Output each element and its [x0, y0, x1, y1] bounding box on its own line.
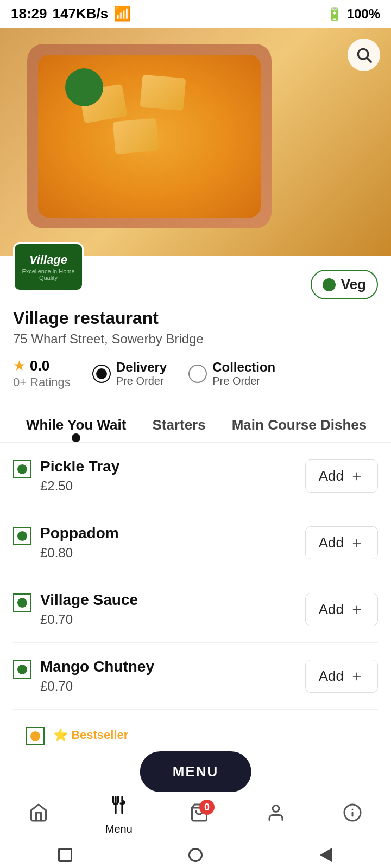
restaurant-card: Village Excellence in Home Quality Veg V…: [0, 256, 391, 400]
plus-icon: ＋: [349, 668, 364, 684]
info-icon: [343, 803, 362, 827]
menu-section: Pickle Tray £2.50 Add ＋ Poppadom £0.80 A…: [0, 443, 391, 745]
veg-dot-icon: [17, 464, 27, 474]
rating-count: 0+ Ratings: [13, 375, 71, 390]
item-price: £2.50: [40, 478, 119, 494]
veg-star-icon: [30, 731, 40, 741]
nav-home[interactable]: [29, 803, 48, 827]
tab-main-course[interactable]: Main Course Dishes: [219, 406, 380, 442]
nav-info[interactable]: [343, 803, 362, 827]
android-back-button[interactable]: [317, 846, 335, 864]
android-nav-bar: [0, 842, 391, 868]
delivery-label: Delivery: [116, 360, 167, 375]
logo-tagline: Excellence in Home Quality: [15, 268, 82, 281]
network-speed: 147KB/s: [53, 5, 109, 22]
bottom-nav: Menu 0: [0, 788, 391, 842]
item-name: Pickle Tray: [40, 458, 119, 475]
menu-item: Poppadom £0.80 Add ＋: [13, 509, 378, 576]
plus-icon: ＋: [349, 468, 364, 483]
veg-dot-icon: [17, 665, 27, 674]
veg-dot-icon: [323, 278, 336, 291]
tab-while-you-wait[interactable]: While You Wait: [13, 406, 139, 442]
tab-other[interactable]: T...: [380, 406, 391, 442]
signal-icon: 📶: [113, 5, 131, 22]
nav-menu-label: Menu: [105, 823, 133, 835]
add-button[interactable]: Add ＋: [305, 660, 378, 693]
tab-starters[interactable]: Starters: [139, 406, 218, 442]
item-name: Poppadom: [40, 525, 119, 542]
restaurant-address: 75 Wharf Street, Sowerby Bridge: [13, 331, 378, 347]
veg-indicator: [13, 527, 31, 545]
logo-name: Village: [15, 253, 82, 267]
restaurant-logo: Village Excellence in Home Quality: [13, 242, 84, 291]
item-price: £0.80: [40, 545, 119, 560]
time: 18:29: [11, 5, 47, 22]
rating-block: ★ 0.0 0+ Ratings: [13, 358, 71, 390]
delivery-option[interactable]: Delivery Pre Order: [92, 360, 167, 387]
nav-menu[interactable]: Menu: [105, 795, 133, 835]
hero-image-area: [0, 28, 391, 256]
battery-icon: 🔋: [326, 7, 343, 22]
add-button[interactable]: Add ＋: [305, 593, 378, 626]
delivery-sub: Pre Order: [116, 375, 167, 387]
veg-toggle[interactable]: Veg: [311, 270, 378, 299]
collection-label: Collection: [212, 360, 275, 375]
menu-item: Village Sauce £0.70 Add ＋: [13, 576, 378, 643]
cutlery-icon: [109, 795, 129, 820]
item-name: Mango Chutney: [40, 658, 154, 675]
svg-line-1: [367, 58, 371, 62]
plus-icon: ＋: [349, 602, 364, 617]
menu-tabs: While You Wait Starters Main Course Dish…: [0, 406, 391, 443]
bestseller-partial: ⭐ Bestseller: [13, 710, 378, 745]
item-price: £0.70: [40, 679, 154, 694]
veg-indicator: [26, 727, 45, 745]
menu-item: Mango Chutney £0.70 Add ＋: [13, 643, 378, 710]
item-price: £0.70: [40, 612, 138, 627]
delivery-radio[interactable]: [92, 365, 111, 383]
menu-float-button[interactable]: MENU: [140, 751, 251, 792]
item-name: Village Sauce: [40, 591, 138, 609]
rating-value: 0.0: [30, 358, 49, 374]
veg-dot-icon: [17, 598, 27, 608]
collection-sub: Pre Order: [212, 375, 275, 387]
svg-point-7: [273, 806, 279, 812]
home-icon: [29, 803, 48, 827]
menu-item: Pickle Tray £2.50 Add ＋: [13, 443, 378, 509]
add-button[interactable]: Add ＋: [305, 459, 378, 493]
user-icon: [266, 803, 286, 827]
cart-badge: 0: [199, 800, 215, 815]
android-home-button[interactable]: [186, 846, 205, 864]
nav-cart[interactable]: 0: [190, 803, 209, 827]
android-recent-button[interactable]: [56, 846, 74, 864]
star-icon: ★: [13, 358, 26, 374]
nav-profile[interactable]: [266, 803, 286, 827]
collection-radio[interactable]: [188, 365, 207, 383]
veg-indicator: [13, 593, 31, 612]
veg-indicator: [13, 660, 31, 679]
add-button[interactable]: Add ＋: [305, 526, 378, 559]
plus-icon: ＋: [349, 535, 364, 550]
status-bar: 18:29 147KB/s 📶 🔋 100%: [0, 0, 391, 28]
bestseller-badge: ⭐ Bestseller: [53, 728, 128, 742]
restaurant-name: Village restaurant: [13, 308, 378, 328]
search-button[interactable]: [348, 39, 380, 71]
veg-indicator: [13, 460, 31, 478]
veg-label: Veg: [341, 276, 366, 293]
battery-level: 100%: [347, 7, 380, 22]
collection-option[interactable]: Collection Pre Order: [188, 360, 275, 387]
veg-dot-icon: [17, 531, 27, 541]
